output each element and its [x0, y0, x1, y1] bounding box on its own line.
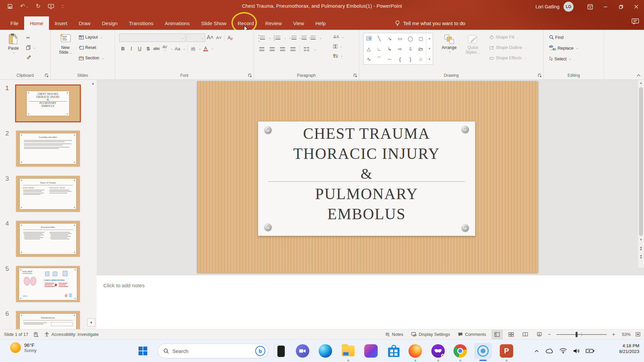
tell-me-search[interactable]: Tell me what you want to do [395, 16, 465, 30]
slide-indicator[interactable]: Slide 1 of 17 [4, 332, 28, 337]
replace-button[interactable]: ab→ac Replace⌄ [549, 44, 578, 52]
slide-thumbnail-2[interactable]: Learning outcomes [16, 131, 80, 167]
microsoft-365-icon[interactable] [364, 344, 378, 358]
fit-to-window-button[interactable] [635, 332, 641, 337]
tab-insert[interactable]: Insert [49, 16, 73, 30]
change-case-button[interactable]: Aa [174, 45, 181, 53]
shape-elbow-connector-icon[interactable]: ∟ [374, 44, 384, 54]
shape-textbox-icon[interactable]: A [364, 33, 374, 44]
shape-left-brace-icon[interactable]: { [395, 54, 405, 64]
tab-transitions[interactable]: Transitions [123, 16, 159, 30]
layout-button[interactable]: Layout⌄ [79, 33, 104, 41]
accessibility-status[interactable]: Accessibility: Investigate [44, 332, 99, 337]
slide-thumbnail-3[interactable]: Types of Trauma BLUNT TRAUMA PENETRATING… [16, 176, 80, 212]
shapes-scroll-up[interactable]: ▲ [426, 33, 433, 44]
shape-line-icon[interactable]: ╲ [374, 33, 384, 44]
reset-button[interactable]: Reset [79, 44, 104, 52]
view-slide-sorter-button[interactable] [505, 330, 517, 339]
spellcheck-icon[interactable] [34, 332, 39, 337]
format-painter-icon[interactable] [26, 53, 36, 61]
select-button[interactable]: Select⌄ [549, 55, 578, 63]
slide-thumbnail-6[interactable]: Pneumothorax [16, 311, 80, 329]
onedrive-icon[interactable] [545, 348, 553, 354]
next-slide-button[interactable]: ▼▼ [638, 253, 644, 261]
new-slide-button[interactable]: New Slide⌄ [56, 33, 75, 55]
firefox-icon[interactable] [408, 344, 423, 358]
strikethrough-button[interactable]: abc [153, 45, 160, 53]
bold-button[interactable]: B [119, 45, 127, 53]
previous-slide-button[interactable]: ▲▲ [638, 245, 644, 252]
section-button[interactable]: Section⌄ [79, 54, 104, 62]
convert-smartart-button[interactable]: ⌄ [333, 52, 344, 60]
shapes-gallery[interactable]: A ╲ ↘ ▭ ◯ ▢ △ ∟ ↳ ⇨ ⇩ 🗁 ∿ ⌒ ～ { } [363, 33, 433, 65]
thumb-scroll-down[interactable]: ▼ [87, 318, 95, 326]
tab-review[interactable]: Review [260, 16, 287, 30]
cut-icon[interactable]: ✂ [26, 34, 36, 42]
battery-icon[interactable] [586, 349, 594, 353]
account-name[interactable]: Lori Gatling [535, 4, 559, 9]
slide-thumbnail-1[interactable]: CHEST TRAUMA THORACIC INJURY & PULMONARY… [16, 85, 80, 121]
clock[interactable]: 4:18 PM 8/21/2023 [619, 343, 639, 354]
align-right-button[interactable] [279, 45, 286, 53]
microsoft-store-icon[interactable] [386, 344, 401, 358]
align-center-button[interactable] [268, 45, 276, 53]
scroll-up-arrow[interactable]: ▲ [638, 81, 644, 84]
copy-icon[interactable]: ⌄ [26, 44, 36, 52]
bullets-button[interactable]: ••• [258, 34, 266, 42]
view-reading-button[interactable] [520, 330, 531, 339]
tab-view[interactable]: View [287, 16, 310, 30]
zoom-out-button[interactable]: − [548, 331, 551, 338]
quick-styles-button[interactable]: Quick Styles⌄ [462, 34, 484, 55]
ribbon-display-options-icon[interactable] [582, 0, 598, 13]
thumb-scroll-up[interactable]: ▲ [91, 81, 95, 85]
shape-arc-icon[interactable]: ⌒ [374, 54, 384, 64]
shape-star-icon[interactable]: ☆ [416, 54, 426, 64]
edge-icon[interactable] [318, 344, 333, 358]
font-color-button[interactable]: A [202, 45, 210, 53]
italic-button[interactable]: I [127, 45, 135, 53]
shape-oval-icon[interactable]: ◯ [405, 33, 416, 44]
restore-button[interactable] [613, 0, 629, 13]
phone-link-icon[interactable] [272, 344, 287, 358]
align-left-button[interactable] [258, 45, 266, 53]
tab-record[interactable]: Record [232, 16, 259, 30]
clipboard-dialog-launcher[interactable] [45, 73, 49, 77]
shapes-more[interactable]: ▼̱ [426, 54, 433, 64]
notes-placeholder[interactable]: Click to add notes [103, 283, 145, 289]
line-spacing-button[interactable]: ↕ [309, 34, 316, 42]
justify-button[interactable] [289, 45, 297, 53]
paragraph-dialog-launcher[interactable] [353, 73, 357, 77]
feedback-comment-icon[interactable] [631, 18, 639, 25]
search-box[interactable]: Search b [158, 344, 268, 358]
zoom-slider[interactable] [556, 334, 607, 335]
highlight-color-button[interactable]: ab [189, 45, 197, 53]
comments-button[interactable]: Comments [455, 329, 489, 340]
slide-thumbnail-4[interactable]: Fractured Ribs [16, 221, 80, 257]
title-card[interactable]: CHEST TRAUMA THORACIC INJURY & PULMONARY… [258, 121, 475, 236]
start-button[interactable] [136, 344, 150, 358]
tab-help[interactable]: Help [310, 16, 331, 30]
font-dialog-launcher[interactable] [248, 73, 252, 77]
view-slideshow-button[interactable] [534, 330, 545, 339]
shape-right-brace-icon[interactable]: } [405, 54, 416, 64]
tray-expand-icon[interactable] [534, 349, 539, 353]
shape-arrow-icon[interactable]: ↘ [384, 33, 395, 44]
close-button[interactable] [629, 0, 644, 13]
zoom-in-button[interactable]: + [612, 331, 615, 338]
zoom-level[interactable]: 53% [618, 332, 631, 337]
tab-home[interactable]: Home [24, 16, 49, 30]
find-button[interactable]: Find [549, 33, 578, 41]
zoom-slider-handle[interactable] [576, 332, 578, 337]
text-direction-button[interactable]: ⇊A⌄ [333, 33, 344, 41]
wifi-icon[interactable] [559, 348, 567, 354]
font-size-combo[interactable]: ⌄ [186, 34, 205, 42]
font-name-combo[interactable]: ⌄ [119, 34, 185, 42]
mask-app-icon[interactable] [431, 344, 445, 358]
tab-animations[interactable]: Animations [159, 16, 195, 30]
notes-pane[interactable]: Click to add notes [97, 275, 644, 329]
file-explorer-icon[interactable] [341, 344, 356, 358]
screen-recorder-icon[interactable] [474, 343, 492, 359]
shapes-scroll-down[interactable]: ▼ [426, 44, 433, 54]
display-settings-button[interactable]: Display Settings [409, 329, 452, 340]
tab-design[interactable]: Design [96, 16, 123, 30]
